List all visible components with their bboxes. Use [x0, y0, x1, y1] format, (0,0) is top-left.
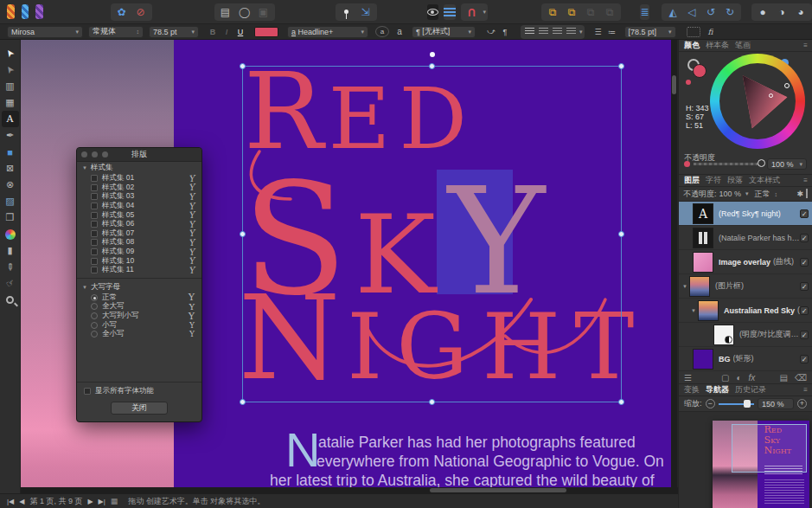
layer-row-brightness-contrast[interactable]: (明度/对比度调整) ✓	[679, 323, 812, 347]
style-sets-header[interactable]: ▼样式集	[77, 162, 201, 174]
fx-icon[interactable]: fx	[748, 373, 755, 383]
layer-visibility-checkbox[interactable]: ✓	[800, 306, 809, 315]
style-set-row[interactable]: 样式集 03Y	[77, 192, 201, 202]
rotation-handle[interactable]	[430, 52, 435, 57]
selection-handle-tr[interactable]	[618, 63, 624, 69]
close-window-icon[interactable]	[81, 151, 87, 158]
opacity-thumb[interactable]	[758, 159, 765, 167]
style-set-row[interactable]: 样式集 06Y	[77, 220, 201, 229]
style-set-row[interactable]: 样式集 05Y	[77, 210, 201, 220]
sl-marker[interactable]	[769, 93, 773, 98]
show-all-features-row[interactable]: 显示所有字体功能	[77, 385, 201, 397]
photo-app-icon[interactable]	[22, 4, 29, 19]
rotate-ccw-icon[interactable]: ↺	[701, 4, 720, 20]
publisher-app-icon[interactable]	[7, 4, 15, 19]
zoom-slider-thumb[interactable]	[744, 400, 751, 408]
ligature-icon[interactable]: fi	[704, 26, 718, 38]
tab-swatches[interactable]: 样本条	[706, 40, 729, 51]
pages-grid-icon[interactable]: ▦	[111, 497, 118, 505]
italic-button[interactable]: I	[220, 26, 233, 38]
typography-panel[interactable]: 排版 ▼样式集 样式集 01Y 样式集 02Y 样式集 03Y 样式集 04Y …	[76, 147, 202, 422]
photo-persona-icon[interactable]: ✿	[112, 4, 131, 20]
horizontal-scroll-thumb[interactable]	[430, 488, 566, 492]
snapping-magnet-icon[interactable]: U	[463, 4, 482, 20]
alignment-icon[interactable]: ≣	[640, 4, 649, 20]
tab-paragraph[interactable]: 段落	[727, 175, 743, 186]
tab-text-styles[interactable]: 文本样式	[749, 175, 780, 186]
text-frame-icon[interactable]	[687, 27, 700, 37]
selection-box[interactable]	[242, 66, 622, 402]
style-set-row[interactable]: 样式集 07Y	[77, 229, 201, 239]
picture-frame-rect-tool-icon[interactable]: ⊠	[2, 160, 19, 177]
font-family-select[interactable]: Mirosa▾	[7, 26, 83, 38]
text-flow-icon[interactable]	[444, 4, 456, 20]
capitals-header[interactable]: ▼大写字母	[77, 281, 201, 293]
selection-handle-mr[interactable]	[618, 231, 624, 237]
blend-mode-select[interactable]: 正常	[755, 189, 770, 200]
move-to-front-icon[interactable]: ⧉	[543, 4, 562, 20]
text-color-swatch[interactable]	[254, 27, 278, 37]
close-button[interactable]: 关闭	[111, 402, 168, 415]
style-set-row[interactable]: 样式集 08Y	[77, 238, 201, 248]
move-tool-icon[interactable]: ➤	[2, 45, 19, 61]
layer-visibility-checkbox[interactable]: ✓	[800, 209, 809, 218]
opacity-value-select[interactable]: 100 %▾	[767, 158, 807, 170]
circle-a-button[interactable]: a	[375, 26, 389, 37]
place-image-icon[interactable]: ▣	[254, 4, 273, 20]
artistic-text-tool-icon[interactable]: A	[2, 111, 19, 127]
fill-color-well[interactable]	[693, 64, 707, 78]
flip-horizontal-icon[interactable]: ◭	[663, 4, 682, 20]
pin-icon[interactable]	[337, 4, 356, 20]
mask-icon[interactable]: ▢	[721, 373, 729, 383]
layer-visibility-checkbox[interactable]: ✓	[800, 282, 809, 291]
layer-row-picture-frame[interactable]: ▼ (图片框) ✓	[679, 274, 812, 299]
font-weight-select[interactable]: 常规体↕	[88, 26, 144, 38]
picture-frame-ellipse-tool-icon[interactable]: ⊗	[2, 177, 19, 193]
capitals-option[interactable]: 大写到小写Y	[77, 312, 201, 321]
geometry-add-icon[interactable]: ●	[753, 4, 772, 20]
frame-text-tool-icon[interactable]: ▥	[2, 78, 19, 94]
expand-icon[interactable]: ▼	[682, 284, 687, 289]
tab-history[interactable]: 历史记录	[735, 384, 766, 395]
table-tool-icon[interactable]: ▦	[2, 94, 19, 111]
opacity-slider[interactable]	[694, 163, 764, 165]
tab-character[interactable]: 字符	[706, 175, 721, 186]
checkbox[interactable]	[91, 221, 98, 228]
selection-handle-tl[interactable]	[240, 63, 246, 69]
move-backward-icon[interactable]: ⧉	[581, 4, 600, 20]
style-set-row[interactable]: 样式集 02Y	[77, 183, 201, 193]
first-page-icon[interactable]: |◀	[7, 498, 14, 505]
geometry-divide-icon[interactable]: ◕	[791, 4, 810, 20]
capitals-option[interactable]: 全大写Y	[77, 302, 201, 312]
delete-layer-icon[interactable]: ⌫	[795, 373, 807, 383]
checkbox[interactable]	[84, 388, 91, 395]
snapping-caret-icon[interactable]: ▾	[483, 9, 487, 16]
zoom-value[interactable]: 150 %	[758, 398, 794, 409]
ellipse-icon[interactable]: ◯	[235, 4, 254, 20]
checkbox[interactable]	[91, 248, 98, 255]
checkbox[interactable]	[91, 230, 98, 237]
lock-icon[interactable]	[806, 190, 808, 198]
layer-settings-icon[interactable]: ✱	[796, 190, 803, 198]
bold-button[interactable]: B	[206, 26, 220, 38]
zoom-window-icon[interactable]	[102, 151, 108, 158]
checkbox[interactable]	[91, 193, 98, 200]
expand-icon[interactable]: ▼	[691, 308, 696, 313]
paragraph-style-select[interactable]: ¶ [无样式]▾	[412, 26, 476, 38]
typography-panel-titlebar[interactable]: 排版	[77, 148, 201, 162]
zoom-tool-icon[interactable]	[2, 292, 19, 308]
flip-vertical-icon[interactable]: ◁	[682, 4, 701, 20]
preview-mode-icon[interactable]	[427, 4, 438, 20]
selection-handle-ml[interactable]	[240, 231, 246, 237]
radio[interactable]	[91, 312, 98, 319]
style-set-row[interactable]: 样式集 11Y	[77, 266, 201, 275]
capitals-option[interactable]: 正常Y	[77, 293, 201, 303]
layer-opacity-value[interactable]: 100 %	[719, 190, 742, 198]
bullet-list-icon[interactable]: ☰	[591, 26, 605, 38]
layer-row-image-overlay[interactable]: Image overlay(曲线) ✓	[679, 250, 812, 274]
show-special-chars-icon[interactable]: ¶	[498, 26, 512, 38]
align-right-icon[interactable]	[550, 26, 564, 38]
panel-menu-icon[interactable]: ≡	[803, 386, 808, 394]
vertical-scrollbar[interactable]	[671, 40, 677, 487]
style-set-row[interactable]: 样式集 01Y	[77, 174, 201, 183]
